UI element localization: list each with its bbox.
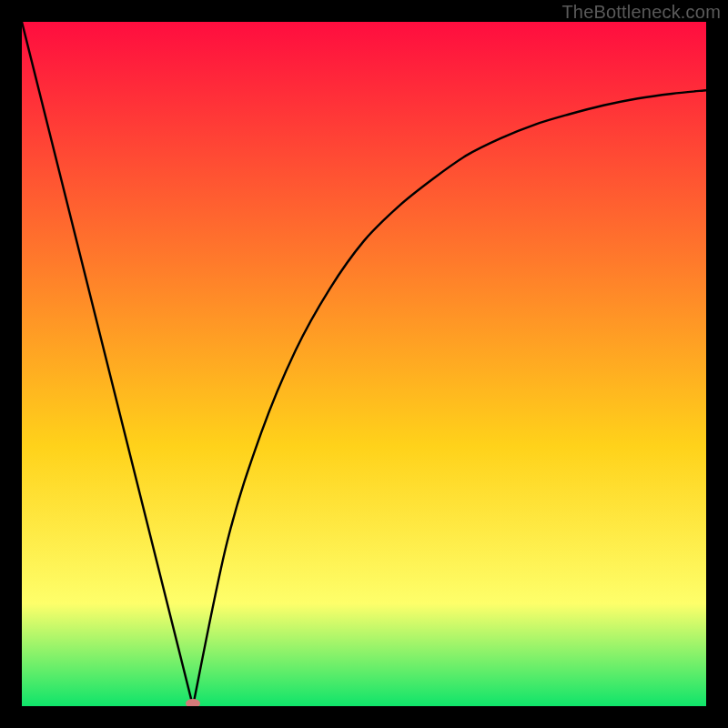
watermark-text: TheBottleneck.com [561,2,721,23]
chart-frame [22,22,706,706]
gradient-background [22,22,706,706]
bottleneck-chart [22,22,706,706]
